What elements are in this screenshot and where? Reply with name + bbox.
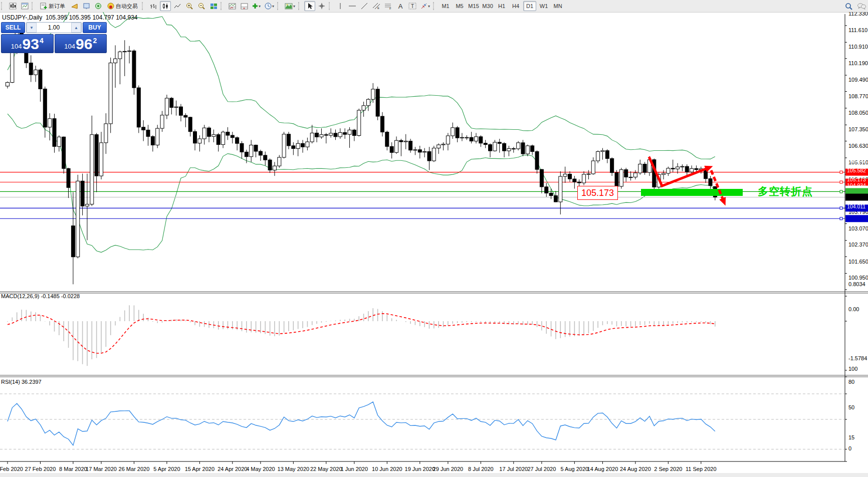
volume-stepper: ▼ 1.00 ▲ [26, 22, 82, 33]
timeframe-M1[interactable]: M1 [439, 1, 452, 11]
crosshair-button[interactable] [316, 1, 327, 11]
price-tick-label: 110.190 [848, 60, 868, 66]
buy-price-panel[interactable]: 104 96 2 [55, 34, 107, 53]
zoom-in-button[interactable] [184, 1, 195, 11]
buy-button[interactable]: BUY [83, 22, 107, 33]
chart-canvas[interactable]: 112.330111.610110.910110.190109.490108.7… [0, 12, 868, 477]
date-label: 5 Aug 2020 [561, 466, 589, 472]
news-button[interactable] [93, 1, 104, 11]
toolbar-grip[interactable] [298, 2, 303, 10]
ohlc-high: 105.395 [69, 14, 91, 21]
price-annotation-label[interactable]: 105.173 [577, 186, 618, 200]
toolbar-grip[interactable] [32, 2, 36, 10]
horizontal-line-button[interactable] [347, 1, 358, 11]
green-zone-rectangle[interactable] [641, 189, 743, 196]
severity-button[interactable] [69, 1, 80, 11]
timeframe-W1[interactable]: W1 [537, 1, 550, 11]
buy-price-sup: 2 [93, 37, 97, 45]
price-tick-label: 108.770 [848, 93, 868, 99]
rsi-pane: 1008050150 [0, 366, 857, 461]
volume-value[interactable]: 1.00 [37, 23, 71, 33]
candle-chart-icon [9, 3, 17, 10]
svg-text:F: F [389, 7, 391, 10]
bar-chart-mode-button[interactable] [148, 1, 159, 11]
timeframe-D1[interactable]: D1 [523, 1, 536, 11]
auto-trading-button[interactable]: 自动交易 [105, 1, 140, 11]
price-tick-label: 110.910 [848, 44, 868, 50]
toolbar-grip[interactable] [277, 2, 282, 10]
toolbar-grip[interactable] [1, 2, 6, 10]
symbol-name: USDJPY-,Daily [2, 14, 42, 21]
search-button[interactable] [843, 1, 854, 11]
text-label-button[interactable]: T [407, 1, 418, 11]
price-tick-label: 111.610 [848, 27, 867, 33]
macd-tick-label: 0.00 [848, 306, 859, 312]
horn-icon [71, 3, 78, 10]
new-chart-button[interactable] [7, 1, 18, 11]
date-label: 17 Jul 2020 [499, 466, 528, 472]
toolbar-grip[interactable] [433, 2, 438, 10]
period-button[interactable]: ▾ [263, 1, 276, 11]
date-label: 8 Mar 2020 [59, 466, 87, 472]
text-button[interactable]: A [395, 1, 406, 11]
market-watch-button[interactable] [81, 1, 92, 11]
trendline-button[interactable] [359, 1, 370, 11]
zoom-in-icon [186, 3, 193, 10]
timeframe-H1[interactable]: H1 [495, 1, 508, 11]
dropdown-arrow-icon: ▾ [428, 4, 430, 9]
timeframe-MN[interactable]: MN [551, 1, 564, 11]
templates-button[interactable]: ▾ [283, 1, 297, 11]
line-chart-mode-button[interactable] [172, 1, 183, 11]
horizontal-line-icon [348, 4, 356, 9]
channel-icon: E [372, 3, 380, 10]
bar-chart-icon [150, 3, 157, 10]
date-label: 14 Aug 2020 [587, 466, 618, 472]
timeframe-M5[interactable]: M5 [453, 1, 466, 11]
indicator-window-button[interactable] [239, 1, 250, 11]
trendline-icon [361, 3, 368, 10]
price-tick-label: 100.950 [848, 275, 868, 281]
new-order-label: 新订单 [49, 3, 65, 10]
date-axis: 18 Feb 202027 Feb 20208 Mar 202017 Mar 2… [0, 461, 717, 472]
zoom-out-button[interactable] [196, 1, 207, 11]
new-order-button[interactable]: 新订单 [38, 1, 68, 11]
timeframe-M30[interactable]: M30 [481, 1, 494, 11]
profiles-button[interactable] [19, 1, 30, 11]
date-label: 18 Feb 2020 [0, 466, 23, 472]
equidistant-channel-button[interactable]: E [371, 1, 382, 11]
pane-frames [0, 14, 868, 477]
cursor-arrow-icon [307, 3, 313, 10]
tile-windows-button[interactable] [208, 1, 219, 11]
sell-button[interactable]: SELL [1, 22, 25, 33]
add-indicator-button[interactable]: ▾ [251, 1, 262, 11]
indicator-pane-icon [229, 3, 236, 10]
fibonacci-button[interactable]: F [383, 1, 394, 11]
bollinger-bands [8, 12, 715, 253]
price-tick-label: 103.070 [848, 225, 868, 231]
volume-decrease-button[interactable]: ▼ [27, 23, 37, 33]
monitor-icon [83, 3, 90, 10]
toolbar-grip[interactable] [142, 2, 146, 10]
date-label: 24 Aug 2020 [620, 466, 651, 472]
turning-point-annotation[interactable]: 多空转折点 [758, 184, 813, 198]
cursor-button[interactable] [304, 1, 315, 11]
price-tick-label: 108.050 [848, 110, 868, 116]
timeframe-M15[interactable]: M15 [467, 1, 480, 11]
price-line-tag-label: 105.582 [847, 167, 866, 173]
toolbar-grip[interactable] [329, 2, 333, 10]
candle-chart-mode-button[interactable] [160, 1, 171, 11]
sell-price-panel[interactable]: 104 93 4 [1, 34, 54, 53]
indicator-list-button[interactable] [227, 1, 238, 11]
arrows-button[interactable]: ▾ [419, 1, 431, 11]
toolbar-grip[interactable] [221, 2, 225, 10]
crosshair-icon [318, 3, 325, 10]
timeframe-H4[interactable]: H4 [509, 1, 522, 11]
chat-button[interactable] [855, 1, 867, 11]
vertical-line-button[interactable] [335, 1, 346, 11]
toolbar: 新订单 自动交易 [0, 0, 868, 13]
auto-trading-label: 自动交易 [116, 3, 138, 10]
rsi-tick-label: 50 [848, 404, 854, 410]
volume-increase-button[interactable]: ▲ [71, 23, 81, 33]
date-label: 4 May 2020 [246, 466, 275, 472]
price-line-tag-label: 104.011 [847, 203, 865, 209]
